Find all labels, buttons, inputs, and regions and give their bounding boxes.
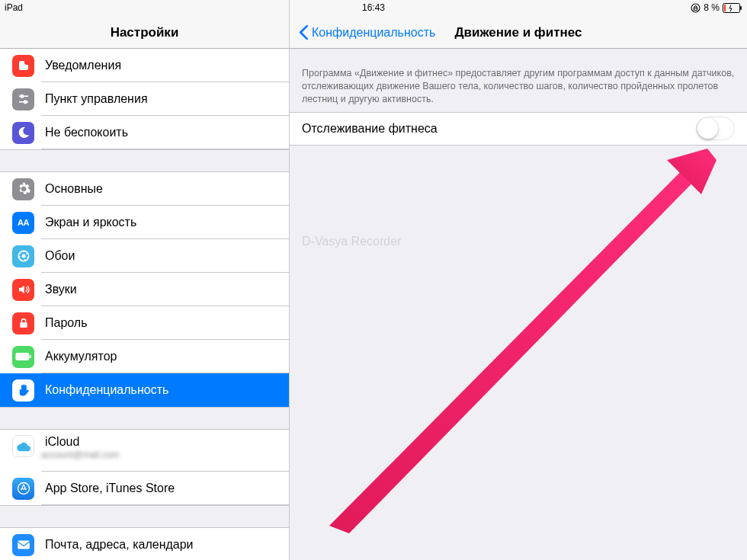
svg-point-13: [26, 253, 27, 254]
sidebar-item-label: Конфиденциальность: [45, 383, 168, 397]
sidebar-item-display-brightness[interactable]: AA Экран и яркость: [0, 206, 289, 239]
sidebar-item-label: Основные: [45, 182, 103, 196]
svg-point-18: [19, 252, 21, 254]
svg-point-14: [27, 257, 28, 258]
svg-point-17: [18, 256, 20, 258]
sidebar-item-battery[interactable]: Аккумулятор: [0, 340, 289, 373]
group-spacer: [0, 505, 289, 528]
sidebar-item-label: Пароль: [45, 316, 88, 330]
wallpaper-icon: [12, 245, 34, 267]
back-button[interactable]: Конфиденциальность: [293, 24, 435, 40]
cloud-icon: [12, 435, 34, 457]
sidebar-item-wallpaper[interactable]: Обои: [0, 239, 289, 273]
sidebar-item-label: App Store, iTunes Store: [45, 482, 175, 495]
svg-rect-23: [18, 541, 30, 549]
back-button-label: Конфиденциальность: [312, 26, 435, 40]
chevron-left-icon: [299, 24, 309, 40]
group-spacer: [0, 149, 289, 172]
mail-icon: [12, 534, 34, 556]
moon-icon: [12, 122, 34, 144]
sidebar-item-label: Звуки: [45, 283, 77, 296]
main-content: Программа «Движение и фитнес» предоставл…: [290, 49, 747, 258]
svg-point-9: [24, 101, 26, 103]
sidebar-item-label: iCloud: [45, 435, 79, 449]
sidebar-item-label: Почта, адреса, календари: [45, 538, 194, 552]
toggle-knob: [697, 118, 718, 139]
explain-text: Программа «Движение и фитнес» предоставл…: [290, 49, 747, 112]
sidebar-item-do-not-disturb[interactable]: Не беспокоить: [0, 116, 289, 149]
svg-rect-19: [20, 322, 27, 328]
sidebar-item-label: Не беспокоить: [45, 126, 128, 139]
sidebar-item-label: Экран и яркость: [45, 216, 136, 229]
faded-app-label: D-Vasya Recorder: [302, 235, 401, 248]
status-bar: iPad 16:43 8 %: [0, 0, 747, 15]
settings-sidebar: Настройки Уведомления Пункт управления Н…: [0, 0, 290, 560]
icloud-account-label: account@mail.com: [41, 450, 119, 460]
group-spacer: [0, 407, 289, 430]
svg-point-16: [20, 259, 21, 261]
svg-point-7: [21, 95, 23, 98]
sidebar-item-icloud[interactable]: iCloud account@mail.com: [0, 430, 289, 472]
status-time: 16:43: [0, 2, 747, 13]
svg-rect-20: [15, 353, 29, 360]
lock-icon: [12, 312, 34, 334]
fitness-tracking-row: Отслеживание фитнеса: [290, 112, 747, 146]
sidebar-item-control-center[interactable]: Пункт управления: [0, 82, 289, 116]
fitness-tracking-toggle[interactable]: [696, 117, 735, 140]
sidebar-item-label: Пункт управления: [45, 92, 148, 106]
sidebar-item-sounds[interactable]: Звуки: [0, 273, 289, 306]
sound-icon: [12, 279, 34, 301]
sidebar-item-label: Обои: [45, 249, 75, 263]
svg-point-11: [21, 254, 25, 258]
sidebar-item-general[interactable]: Основные: [0, 172, 289, 206]
faded-app-row: D-Vasya Recorder: [290, 225, 747, 258]
sidebar-item-appstore[interactable]: App Store, iTunes Store: [0, 472, 289, 505]
sidebar-item-privacy[interactable]: Конфиденциальность: [0, 373, 289, 407]
sidebar-item-label: Аккумулятор: [45, 350, 117, 363]
svg-point-5: [24, 59, 30, 66]
sidebar-item-passcode[interactable]: Пароль: [0, 306, 289, 340]
sidebar-list: Уведомления Пункт управления Не беспокои…: [0, 49, 289, 560]
main-panel: Конфиденциальность Движение и фитнес Про…: [290, 0, 747, 560]
sidebar-item-notifications[interactable]: Уведомления: [0, 49, 289, 82]
brightness-icon: AA: [12, 212, 34, 234]
svg-point-12: [23, 251, 24, 252]
hand-icon: [12, 379, 34, 402]
sidebar-item-label: Уведомления: [45, 59, 121, 72]
control-center-icon: [12, 88, 34, 110]
notifications-icon: [12, 55, 34, 77]
battery-row-icon: [12, 346, 34, 368]
sidebar-item-mail-contacts-calendars[interactable]: Почта, адреса, календари: [0, 528, 289, 560]
fitness-tracking-label: Отслеживание фитнеса: [302, 122, 438, 136]
svg-point-15: [24, 259, 25, 261]
gear-icon: [12, 178, 34, 200]
sidebar-title: Настройки: [111, 25, 179, 40]
appstore-icon: [12, 478, 34, 500]
svg-rect-21: [29, 355, 30, 358]
